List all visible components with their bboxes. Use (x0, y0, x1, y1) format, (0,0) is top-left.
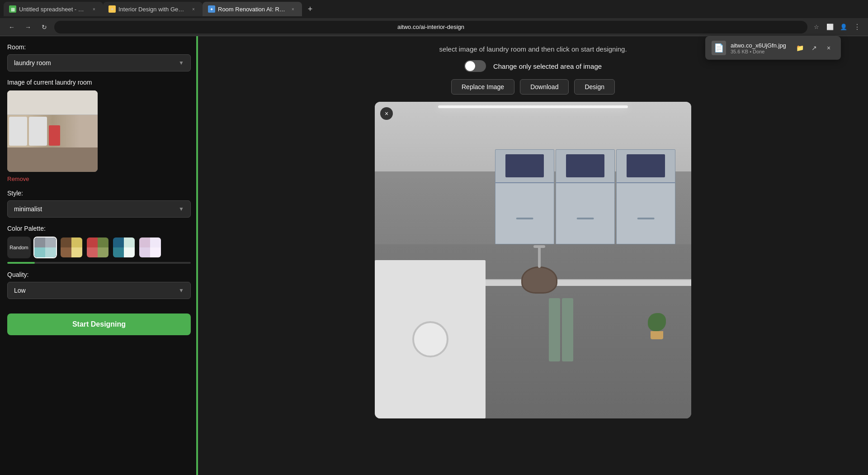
plant-decoration (648, 313, 666, 339)
color-swatch-random[interactable]: Random (7, 237, 31, 258)
download-popup: 📄 aitwo.co_x6UjGfn.jpg 35.6 KB • Done 📁 … (705, 36, 841, 60)
preview-ceiling (7, 90, 98, 115)
swatch-q13 (113, 238, 124, 247)
cabinet-handle-1 (516, 218, 533, 219)
show-in-folder-button[interactable]: 📁 (794, 42, 806, 54)
swatch-q4 (45, 247, 56, 257)
preview-inner (7, 90, 98, 172)
tab-close-renovation[interactable]: × (289, 5, 297, 13)
preview-floor (7, 147, 98, 172)
download-file-icon: 📄 (712, 41, 726, 55)
washer-drum (412, 321, 448, 357)
swatch-q10 (98, 238, 108, 247)
design-button[interactable]: Design (574, 79, 615, 95)
instruction-text: select image of laundry room and then cl… (439, 45, 627, 53)
controls-row: Change only selected area of image (464, 60, 602, 72)
color-swatch-red-green[interactable] (86, 237, 109, 258)
quality-value: Low (14, 287, 26, 294)
color-swatch-teal-white[interactable] (112, 237, 136, 258)
swatch-q16 (124, 247, 135, 257)
swatch-q3 (34, 247, 45, 257)
swatch-q12 (98, 247, 108, 257)
swatch-q19 (139, 247, 150, 257)
sink-bowl (521, 266, 557, 294)
close-popup-button[interactable]: × (823, 42, 835, 54)
start-designing-button[interactable]: Start Designing (7, 314, 191, 335)
reload-button[interactable]: ↻ (38, 21, 51, 33)
extension-icon[interactable]: ⬜ (825, 22, 835, 33)
tab-spreadsheet[interactable]: ▦ Untitled spreadsheet - Goo... × (4, 2, 103, 16)
cabinet-2 (556, 149, 615, 244)
progress-bar-fill (7, 262, 35, 264)
new-tab-button[interactable]: + (304, 3, 316, 15)
back-button[interactable]: ← (5, 21, 18, 33)
swatch-q20 (150, 247, 161, 257)
close-result-button[interactable]: × (380, 107, 393, 120)
color-swatch-lavender[interactable] (138, 237, 162, 258)
towel-2 (562, 298, 573, 361)
swatch-q14 (124, 238, 135, 247)
room-dropdown-chevron: ▼ (179, 60, 184, 66)
faucet (538, 245, 541, 268)
tab-interior-design[interactable]: ✦ Interior Design with Generati... × (103, 2, 203, 16)
tab-favicon-spreadsheet: ▦ (9, 5, 16, 13)
bookmark-icon[interactable]: ☆ (811, 22, 822, 33)
tab-favicon-interior: ✦ (108, 5, 116, 13)
swatch-grid-3 (87, 238, 108, 257)
ai-generated-room-image (375, 102, 691, 418)
swatch-grid-5 (139, 238, 161, 257)
toggle-switch[interactable] (464, 60, 486, 72)
color-palette-label: Color Palette: (7, 225, 191, 232)
plant-pot (651, 331, 663, 339)
browser-chrome: ▦ Untitled spreadsheet - Goo... × ✦ Inte… (0, 0, 868, 36)
swatch-q11 (87, 247, 98, 257)
download-popup-actions: 📁 ↗ × (794, 42, 835, 54)
laundry-preview-image (7, 90, 98, 172)
preview-appliance-1 (9, 117, 27, 146)
profile-icon[interactable]: 👤 (838, 22, 849, 33)
forward-button[interactable]: → (22, 21, 34, 33)
cabinet-door-1 (495, 183, 554, 244)
remove-image-link[interactable]: Remove (7, 176, 191, 182)
room-value: laundry room (14, 59, 51, 66)
result-image-container: × (375, 102, 691, 418)
open-external-button[interactable]: ↗ (808, 42, 820, 54)
preview-appliance-2 (29, 117, 47, 146)
swatch-q5 (61, 238, 71, 247)
color-swatch-grey-cyan[interactable] (33, 237, 57, 258)
tab-close-interior[interactable]: × (190, 5, 197, 13)
download-filename: aitwo.co_x6UjGfn.jpg (731, 42, 789, 49)
swatch-q7 (61, 247, 71, 257)
style-dropdown[interactable]: minimalist ▼ (7, 200, 191, 218)
shelf-box-3 (627, 154, 665, 177)
tab-room-renovation[interactable]: ✦ Room Renovation AI: Renova... × (203, 2, 302, 16)
color-swatch-brown-yellow[interactable] (60, 237, 83, 258)
quality-dropdown[interactable]: Low ▼ (7, 282, 191, 299)
menu-icon[interactable]: ⋮ (852, 22, 863, 33)
plant-leaves (648, 313, 666, 331)
sidebar: Room: laundry room ▼ Image of current la… (0, 36, 198, 475)
swatch-q2 (45, 238, 56, 247)
towel-1 (549, 298, 560, 361)
cabinet-3 (616, 149, 675, 244)
style-label: Style: (7, 190, 191, 197)
address-input[interactable] (54, 21, 807, 33)
replace-image-button[interactable]: Replace Image (451, 79, 514, 95)
swatch-grid-1 (34, 238, 56, 257)
address-bar-row: ← → ↻ ☆ ⬜ 👤 ⋮ (0, 18, 868, 36)
quality-label: Quality: (7, 271, 191, 278)
preview-mid (7, 115, 98, 147)
room-dropdown[interactable]: laundry room ▼ (7, 54, 191, 71)
tab-title-renovation: Room Renovation AI: Renova... (218, 6, 287, 13)
tab-bar: ▦ Untitled spreadsheet - Goo... × ✦ Inte… (0, 0, 868, 18)
cabinet-shelf-1 (495, 150, 554, 183)
cabinet-door-2 (556, 183, 614, 244)
upper-cabinets (495, 149, 675, 244)
image-section-label: Image of current laundry room (7, 79, 191, 86)
download-info: aitwo.co_x6UjGfn.jpg 35.6 KB • Done (731, 42, 789, 54)
tab-favicon-renovation: ✦ (208, 5, 215, 13)
tab-close-spreadsheet[interactable]: × (90, 5, 98, 13)
download-button[interactable]: Download (520, 79, 569, 95)
washer-area (375, 260, 486, 418)
download-meta: 35.6 KB • Done (731, 49, 789, 54)
